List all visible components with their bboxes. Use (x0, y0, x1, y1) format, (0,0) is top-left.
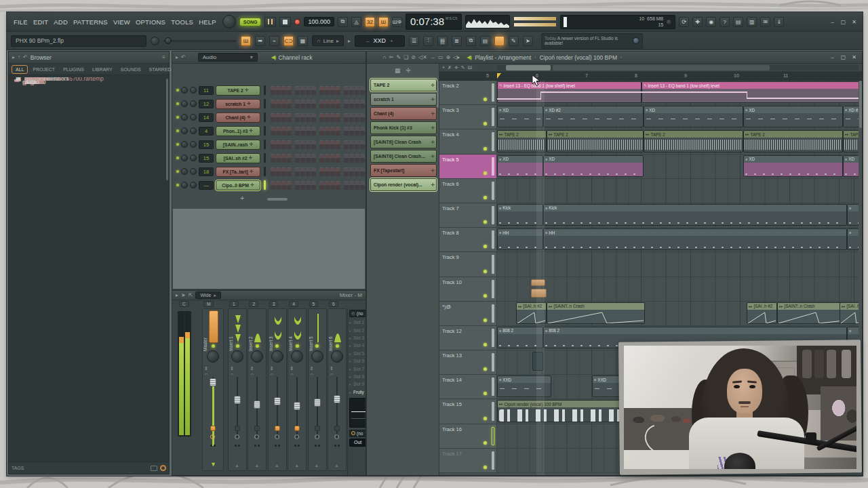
browser-tab-all[interactable]: ALL (12, 65, 28, 74)
fx-slot-row[interactable]: ▸Slot 9 (349, 380, 366, 388)
help-icon[interactable]: ? (719, 17, 730, 27)
step-cell[interactable] (287, 113, 292, 122)
step-cell[interactable] (295, 127, 300, 136)
clip[interactable]: ≡HH (543, 228, 847, 250)
channel-volume-knob[interactable] (190, 182, 197, 188)
step-cell[interactable] (349, 127, 354, 136)
mixer-track-number[interactable]: 4 (199, 127, 214, 136)
pattern-selector[interactable]: – XXD + (355, 35, 405, 47)
step-cell[interactable] (325, 154, 330, 163)
step-cell[interactable] (271, 167, 275, 176)
add-channel-button[interactable]: + (240, 194, 244, 202)
arm-record-button[interactable] (275, 434, 279, 439)
step-cell[interactable] (355, 100, 359, 108)
step-cell[interactable] (295, 167, 300, 176)
maximize-button[interactable]: ▢ (839, 18, 848, 26)
mic-icon[interactable]: ◉ (706, 17, 716, 27)
strip-enable-led[interactable] (236, 344, 239, 348)
mixer-strip-insert-3[interactable]: Insert 3⇕⇔▲ (268, 308, 287, 471)
channel-enable-led[interactable] (176, 102, 179, 105)
step-cell[interactable] (276, 113, 281, 122)
clip[interactable]: ≡XD (497, 106, 543, 127)
step-cell[interactable] (330, 181, 335, 190)
up-icon[interactable]: ↑ (18, 54, 20, 60)
step-cell[interactable] (360, 154, 365, 163)
track-color-bar[interactable] (492, 329, 494, 347)
channel-button[interactable]: Chant (4)✛ (216, 113, 260, 123)
close-button[interactable]: ✕ (850, 18, 859, 26)
step-cell[interactable] (330, 113, 335, 122)
clip[interactable]: ▸▸[SAINT..n Crash (547, 302, 645, 324)
track-lane[interactable]: ≡XD≡XD≡XD≡XD (497, 155, 859, 178)
step-cell[interactable] (281, 127, 286, 136)
menu-item-tools[interactable]: TOOLS (171, 18, 193, 26)
browser-item[interactable]: ☗User data (9, 77, 18, 79)
mixer-strip-master[interactable]: Master⇕⇔▼ (202, 308, 224, 471)
back-icon[interactable]: ↶ (23, 54, 28, 60)
track-lane[interactable] (497, 179, 859, 203)
track-enable-led[interactable] (484, 343, 487, 346)
strip-bottom-arrow[interactable]: ▲ (235, 463, 239, 468)
track-lock-button[interactable] (334, 426, 340, 431)
strip-pan-knob[interactable] (271, 350, 283, 363)
track-enable-led[interactable] (484, 245, 487, 248)
step-cell[interactable] (325, 100, 330, 108)
close-all-icon[interactable]: ✚ (692, 17, 703, 27)
clip[interactable]: ≡XD (497, 155, 543, 177)
folder-icon[interactable] (151, 466, 157, 471)
fx-slot-row[interactable]: ▸Slot 7 (349, 365, 366, 372)
step-cell[interactable] (330, 154, 335, 163)
step-cell[interactable] (319, 113, 324, 122)
step-cell[interactable] (306, 140, 311, 149)
strip-bottom-arrow[interactable]: ▼ (210, 461, 216, 468)
track-enable-led[interactable] (484, 417, 487, 420)
channel-selector-bar[interactable] (264, 113, 266, 122)
close-button[interactable]: ✕ (850, 54, 859, 61)
channel-pan-knob[interactable] (181, 114, 188, 121)
update-download-icon[interactable]: ⇓ (774, 17, 784, 27)
menu-item-file[interactable]: FILE (14, 18, 28, 26)
step-cell[interactable] (276, 181, 281, 190)
zoom-icon[interactable]: ⊕ (446, 54, 450, 60)
track-header[interactable]: Track 17 (439, 449, 497, 472)
step-cell[interactable] (319, 154, 324, 163)
channel-volume-knob[interactable] (190, 141, 197, 148)
picker-item[interactable]: Chant (4)✛ (370, 107, 437, 120)
step-cell[interactable] (295, 113, 300, 122)
mixer-strip-insert-2[interactable]: Insert 2⇕⇔▲ (248, 308, 267, 471)
step-cell[interactable] (325, 113, 330, 122)
update-notification[interactable]: Today A newer version of FL Studio is av… (541, 33, 643, 49)
step-edit-button[interactable]: Ш (241, 36, 251, 46)
track-header[interactable]: Track 6 (439, 179, 497, 203)
strip-number[interactable]: M (203, 301, 214, 307)
step-cell[interactable] (360, 100, 365, 108)
step-cell[interactable] (271, 140, 275, 149)
track-color-bar[interactable] (492, 451, 494, 470)
track-enable-led[interactable] (484, 122, 487, 125)
step-cell[interactable] (319, 140, 324, 149)
slot-clock-icon[interactable] (351, 431, 355, 435)
track-lane[interactable] (497, 277, 859, 301)
slot-knob[interactable] (351, 312, 355, 316)
step-cell[interactable] (355, 154, 359, 163)
piano-roll-view-icon[interactable]: ⫶ (423, 36, 433, 46)
arm-record-button[interactable] (294, 434, 299, 439)
track-lane[interactable] (497, 252, 859, 276)
fx-slot-row[interactable]: ▸Slot 2 (349, 326, 366, 333)
fx-slot-bottom[interactable]: (no (349, 430, 366, 437)
step-cell[interactable] (306, 181, 311, 190)
step-cell[interactable] (306, 113, 311, 122)
slip-icon[interactable]: ✂ (389, 54, 394, 60)
step-cell[interactable] (360, 140, 365, 149)
step-cell[interactable] (349, 113, 354, 122)
track-lock-button[interactable] (275, 426, 280, 431)
menu-item-edit[interactable]: EDIT (33, 18, 48, 26)
scrollbar-handle[interactable] (506, 65, 551, 70)
step-cell[interactable] (336, 127, 340, 136)
browser-tab-library[interactable]: LIBRARY (89, 66, 116, 73)
pattern-down-icon[interactable]: – (366, 38, 369, 44)
strip-enable-led[interactable] (275, 344, 279, 348)
touch-icon[interactable]: ✎ (509, 36, 519, 46)
step-cell[interactable] (311, 181, 316, 190)
step-cell[interactable] (311, 113, 316, 122)
